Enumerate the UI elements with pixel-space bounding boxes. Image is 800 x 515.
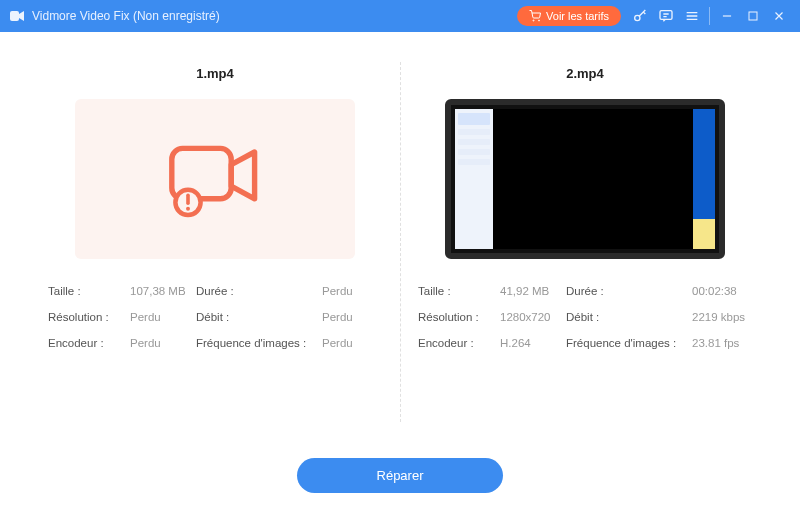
pricing-button[interactable]: Voir les tarifs <box>517 6 621 26</box>
right-bitrate-value: 2219 kbps <box>692 311 752 323</box>
left-fps-label: Fréquence d'images : <box>196 337 316 349</box>
repair-button[interactable]: Réparer <box>297 458 504 493</box>
app-logo-icon <box>8 7 26 25</box>
svg-point-2 <box>539 20 540 21</box>
menu-icon[interactable] <box>679 3 705 29</box>
right-preview <box>445 99 725 259</box>
main-content: 1.mp4 Taille : 107,38 MB Durée : Perdu R… <box>0 32 800 452</box>
cart-icon <box>529 10 541 22</box>
svg-rect-4 <box>660 11 672 20</box>
right-size-label: Taille : <box>418 285 494 297</box>
left-size-value: 107,38 MB <box>130 285 190 297</box>
left-duration-value: Perdu <box>322 285 382 297</box>
close-icon[interactable] <box>766 3 792 29</box>
svg-rect-0 <box>10 11 19 21</box>
right-resolution-label: Résolution : <box>418 311 494 323</box>
left-resolution-label: Résolution : <box>48 311 124 323</box>
corrupt-file-panel: 1.mp4 Taille : 107,38 MB Durée : Perdu R… <box>30 52 400 452</box>
right-duration-label: Durée : <box>566 285 686 297</box>
right-fps-label: Fréquence d'images : <box>566 337 686 349</box>
right-bitrate-label: Débit : <box>566 311 686 323</box>
titlebar: Vidmore Video Fix (Non enregistré) Voir … <box>0 0 800 32</box>
left-info-grid: Taille : 107,38 MB Durée : Perdu Résolut… <box>42 285 388 349</box>
broken-video-icon <box>160 134 270 224</box>
svg-point-1 <box>533 20 534 21</box>
left-bitrate-label: Débit : <box>196 311 316 323</box>
maximize-icon[interactable] <box>740 3 766 29</box>
left-preview <box>75 99 355 259</box>
right-encoder-value: H.264 <box>500 337 560 349</box>
left-duration-label: Durée : <box>196 285 316 297</box>
right-encoder-label: Encodeur : <box>418 337 494 349</box>
right-info-grid: Taille : 41,92 MB Durée : 00:02:38 Résol… <box>412 285 758 349</box>
right-duration-value: 00:02:38 <box>692 285 752 297</box>
right-fps-value: 23.81 fps <box>692 337 752 349</box>
sample-file-panel: 2.mp4 Taille : 41,92 MB Durée : 00:02:38… <box>400 52 770 452</box>
pricing-button-label: Voir les tarifs <box>546 10 609 22</box>
left-resolution-value: Perdu <box>130 311 190 323</box>
left-fps-value: Perdu <box>322 337 382 349</box>
right-resolution-value: 1280x720 <box>500 311 560 323</box>
panel-divider <box>400 62 401 422</box>
left-encoder-value: Perdu <box>130 337 190 349</box>
footer: Réparer <box>0 452 800 493</box>
left-size-label: Taille : <box>48 285 124 297</box>
titlebar-divider <box>709 7 710 25</box>
svg-rect-5 <box>749 12 757 20</box>
left-filename: 1.mp4 <box>196 66 234 81</box>
svg-point-3 <box>635 15 640 20</box>
feedback-icon[interactable] <box>653 3 679 29</box>
left-bitrate-value: Perdu <box>322 311 382 323</box>
register-key-icon[interactable] <box>627 3 653 29</box>
svg-point-9 <box>186 207 190 211</box>
right-filename: 2.mp4 <box>566 66 604 81</box>
right-size-value: 41,92 MB <box>500 285 560 297</box>
minimize-icon[interactable] <box>714 3 740 29</box>
app-title: Vidmore Video Fix (Non enregistré) <box>32 9 220 23</box>
left-encoder-label: Encodeur : <box>48 337 124 349</box>
right-preview-thumbnail <box>455 109 715 249</box>
